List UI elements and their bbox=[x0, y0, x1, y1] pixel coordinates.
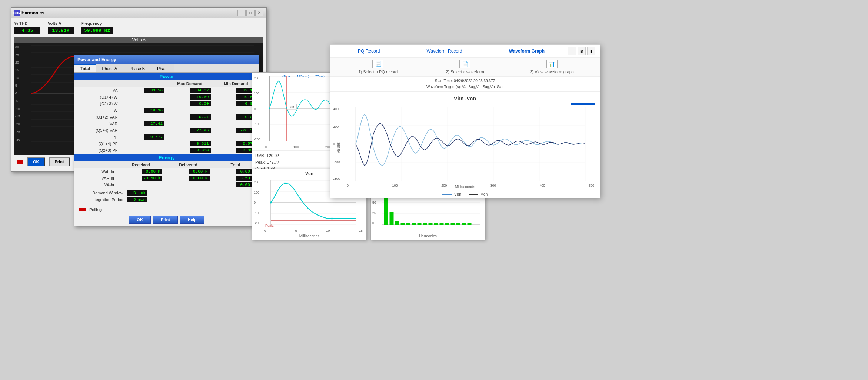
wf-step-row: 📃 1) Select a PQ record 📄 2) Select a wa… bbox=[330, 58, 600, 77]
demand-window-value: Block bbox=[127, 190, 147, 196]
q12var-value bbox=[121, 114, 167, 120]
col-header-max-demand: Max Demand bbox=[167, 80, 213, 87]
va-label: VA bbox=[74, 87, 121, 94]
table-row: VA 33.56 34.02 32.15 bbox=[74, 87, 259, 94]
svg-rect-45 bbox=[418, 223, 422, 225]
svg-rect-42 bbox=[401, 223, 405, 225]
tab-phase-b[interactable]: Phase B bbox=[123, 64, 151, 72]
frequency-metric: Frequency 59.999 Hz bbox=[81, 21, 113, 34]
table-row: VAR-hr -3.50 k 0.00 M 3.50 k bbox=[74, 175, 259, 181]
wf-step-2: 📄 2) Select a waveform bbox=[422, 60, 509, 74]
svg-rect-49 bbox=[440, 223, 444, 225]
polling-indicator-icon bbox=[79, 208, 86, 211]
wf-header-tabs: PQ Record Waveform Record Waveform Graph bbox=[335, 49, 568, 54]
frequency-value: 59.999 Hz bbox=[81, 27, 113, 34]
varhr-received: -3.50 k bbox=[117, 175, 164, 181]
varhr-label: VAR-hr bbox=[74, 175, 117, 181]
power-table: Max Demand Min Demand VA 33.56 34.02 32.… bbox=[74, 80, 259, 154]
maximize-button[interactable]: □ bbox=[246, 10, 255, 16]
table-row: (Q1+2) VAR 0.07 0.00 bbox=[74, 114, 259, 120]
wf-main-chart-area: Values 4002000-200-400 bbox=[330, 105, 600, 190]
volts-a-value: 13.91k bbox=[48, 27, 74, 34]
legend-vcn: Vcn bbox=[469, 192, 488, 196]
chart-icon-btn[interactable]: ▩ bbox=[578, 47, 586, 55]
svg-rect-40 bbox=[390, 212, 394, 225]
q23pf-max: 0.000 bbox=[167, 147, 213, 154]
tab-pq-record[interactable]: PQ Record bbox=[354, 49, 383, 54]
wf-start-time: Start Time: 04/29/2022 20:23:39.377 bbox=[335, 78, 595, 84]
watthr-delivered: 0.00 M bbox=[164, 168, 212, 175]
table-row: PF 0.577 bbox=[74, 134, 259, 140]
metrics-row: % THD 4.35 Volts A 13.91k Frequency 59.9… bbox=[14, 21, 263, 34]
close-button[interactable]: ✕ bbox=[255, 10, 263, 16]
table-row: (Q2+3) PF 0.000 0.000 bbox=[74, 147, 259, 154]
va-max: 34.02 bbox=[167, 87, 213, 94]
minimize-button[interactable]: – bbox=[237, 10, 246, 16]
legend-vbn: Vbn bbox=[442, 192, 462, 196]
pf-value: 0.577 bbox=[121, 134, 167, 140]
power-bottom-buttons: OK Print Help bbox=[74, 213, 259, 226]
tab-waveform-graph[interactable]: Waveform Graph bbox=[505, 49, 548, 54]
volts-a-metric: Volts A 13.91k bbox=[48, 21, 74, 34]
grid-icon-btn[interactable]: ⋮ bbox=[568, 47, 576, 55]
svg-point-32 bbox=[331, 218, 333, 220]
wf-top-icons: ⋮ ▩ ▮ bbox=[568, 47, 595, 55]
waveform-main-window: PQ Record Waveform Record Waveform Graph… bbox=[330, 44, 600, 198]
svg-rect-43 bbox=[406, 223, 410, 225]
tab-phase-a[interactable]: Phase A bbox=[96, 64, 123, 72]
var-label: VAR bbox=[74, 120, 121, 127]
q14pf-max: 0.611 bbox=[167, 140, 213, 147]
bar-icon-btn[interactable]: ▮ bbox=[587, 47, 595, 55]
watthr-received: 0.00 M bbox=[117, 168, 164, 175]
svg-text:Vcn: Vcn bbox=[289, 106, 294, 108]
harm-y-labels: 302520151050-5-10-15-20-25-30 bbox=[15, 45, 20, 141]
table-row: VA-hr 0.00 k bbox=[74, 181, 259, 188]
demand-window-label: Demand Window bbox=[79, 191, 123, 195]
svg-rect-47 bbox=[429, 223, 433, 225]
thd-value: 4.35 bbox=[14, 27, 40, 34]
flag-icon bbox=[17, 160, 23, 164]
vcn-title: Vcn bbox=[305, 171, 313, 176]
thd-metric: % THD 4.35 bbox=[14, 21, 40, 34]
svg-rect-41 bbox=[395, 221, 399, 225]
power-titlebar: Power and Energy bbox=[74, 55, 259, 64]
wf-step1-label: 1) Select a PQ record bbox=[358, 70, 398, 74]
svg-point-31 bbox=[300, 198, 302, 200]
w-value: 19.36 bbox=[121, 107, 167, 114]
energy-section-header: Energy bbox=[74, 154, 259, 161]
svg-point-30 bbox=[284, 183, 286, 184]
legend-vbn-line bbox=[442, 194, 452, 195]
table-row: (Q1+4) PF 0.611 0.576 bbox=[74, 140, 259, 147]
q34var-value bbox=[121, 127, 167, 134]
wf-chart-title: Vbn ,Vcn bbox=[330, 94, 600, 103]
vahr-received bbox=[117, 181, 164, 188]
q34var-max: 27.96 bbox=[167, 127, 213, 134]
q12var-label: (Q1+2) VAR bbox=[74, 114, 121, 120]
power-help-button[interactable]: Help bbox=[180, 216, 204, 224]
col-header-blank bbox=[121, 80, 167, 87]
energy-table: Received Delivered Total Watt-hr 0.00 M … bbox=[74, 161, 259, 188]
q23pf-value bbox=[121, 147, 167, 154]
power-ok-button[interactable]: OK bbox=[129, 216, 151, 224]
wf-legend: Vbn Vcn bbox=[330, 190, 600, 198]
q12var-max: 0.07 bbox=[167, 114, 213, 120]
legend-vcn-line bbox=[469, 194, 478, 195]
tab-total[interactable]: Total bbox=[74, 64, 96, 72]
table-row: Watt-hr 0.00 M 0.00 M 0.00 M bbox=[74, 168, 259, 175]
q34var-label: (Q3+4) VAR bbox=[74, 127, 121, 134]
wf-trigger-info: Waveform Trigger(s): Va=Sag,Vc=Sag,Vb=Sa… bbox=[335, 84, 595, 90]
tab-phase-c[interactable]: Pha... bbox=[151, 64, 174, 72]
vcn-y-labels: 2001000-100-200 bbox=[254, 180, 260, 225]
wf-step-1: 📃 1) Select a PQ record bbox=[335, 60, 422, 74]
power-print-button[interactable]: Print bbox=[153, 216, 178, 224]
wf-chart-title-row: Vbn ,Vcn Individual bbox=[330, 92, 600, 105]
tab-waveform-record[interactable]: Waveform Record bbox=[423, 49, 466, 54]
print-button[interactable]: Print bbox=[49, 157, 70, 166]
q23w-max: 0.00 bbox=[167, 100, 213, 107]
frequency-label: Frequency bbox=[81, 21, 102, 26]
vahr-label: VA-hr bbox=[74, 181, 117, 188]
ok-button[interactable]: OK bbox=[27, 157, 45, 166]
vcn-x-labels: 051015 bbox=[264, 229, 363, 233]
wf-step3-label: 3) View waveform graph bbox=[530, 70, 573, 74]
wf-y-labels: 4002000-200-400 bbox=[333, 107, 340, 181]
